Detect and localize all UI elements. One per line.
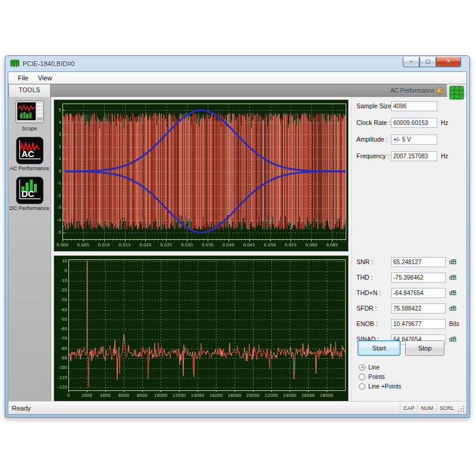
help-icon[interactable]: ? bbox=[437, 87, 443, 94]
thd-value[interactable] bbox=[391, 273, 446, 283]
field-unit: dB bbox=[449, 336, 456, 343]
app-icon bbox=[10, 60, 20, 68]
field-enob: ENOB : Bits bbox=[353, 319, 465, 330]
radio-line[interactable]: Line bbox=[359, 363, 380, 371]
radio-icon bbox=[359, 364, 365, 371]
menu-file[interactable]: File bbox=[13, 73, 33, 83]
ac-performance-icon: AC bbox=[16, 137, 43, 164]
caps-lock-indicator: CAP bbox=[400, 404, 418, 412]
field-unit: dB bbox=[449, 274, 456, 281]
field-label: SFDR : bbox=[356, 305, 377, 312]
field-amplitude: Amplitude : bbox=[353, 134, 465, 145]
control-panel: Sample Size : Clock Rate : Hz Amplitude … bbox=[352, 97, 465, 401]
menu-view[interactable]: View bbox=[33, 73, 57, 83]
clock-rate-input[interactable] bbox=[391, 118, 437, 128]
field-sfdr: SFDR : dB bbox=[353, 303, 465, 314]
start-button[interactable]: Start bbox=[358, 340, 400, 356]
dc-performance-icon: DC bbox=[16, 177, 43, 204]
status-bar: Ready CAP NUM SCRL bbox=[8, 401, 466, 414]
main-area: Sample Size : Clock Rate : Hz Amplitude … bbox=[51, 97, 466, 401]
radio-line-points[interactable]: Line +Points bbox=[359, 382, 401, 390]
tools-sidebar: Scope AC AC Performance bbox=[8, 97, 51, 401]
radio-label: Line +Points bbox=[368, 383, 401, 390]
field-snr: SNR : dB bbox=[353, 257, 465, 268]
body-row: Scope AC AC Performance bbox=[8, 97, 466, 401]
scope-chart-panel bbox=[54, 99, 349, 252]
enob-value[interactable] bbox=[391, 319, 446, 329]
field-unit: Bits bbox=[449, 321, 459, 327]
resize-grip[interactable] bbox=[458, 405, 465, 413]
field-label: THD+N : bbox=[356, 289, 381, 296]
status-text: Ready bbox=[12, 405, 400, 412]
field-thd-n: THD+N : dB bbox=[353, 288, 465, 299]
sample-size-input[interactable] bbox=[391, 101, 437, 111]
field-label: THD : bbox=[356, 274, 372, 281]
field-label: SNR : bbox=[356, 258, 373, 265]
maximize-button[interactable]: ▢ bbox=[419, 57, 436, 67]
field-frequency: Frequency : Hz bbox=[353, 151, 465, 162]
close-button[interactable]: ✕ bbox=[436, 57, 461, 67]
snr-value[interactable] bbox=[391, 257, 446, 267]
top-strip: TOOLS AC Performance ? bbox=[8, 84, 466, 97]
svg-text:AC: AC bbox=[21, 149, 35, 159]
window-title: PCIE-1840,BID#0 bbox=[23, 60, 74, 67]
sidebar-item-label: DC Performance bbox=[8, 205, 51, 211]
scroll-lock-indicator: SCRL bbox=[436, 404, 457, 412]
radio-label: Points bbox=[368, 374, 385, 380]
scope-icon bbox=[15, 101, 44, 124]
radio-points[interactable]: Points bbox=[359, 372, 385, 381]
tools-tab[interactable]: TOOLS bbox=[8, 84, 51, 97]
field-clock-rate: Clock Rate : Hz bbox=[353, 118, 465, 129]
sidebar-item-dc-performance[interactable]: DC DC Performance bbox=[8, 177, 51, 211]
menu-bar: File View bbox=[8, 72, 466, 84]
sfdr-value[interactable] bbox=[391, 303, 446, 314]
field-label: Clock Rate : bbox=[356, 119, 390, 126]
device-board-icon bbox=[449, 86, 464, 102]
thd-n-value[interactable] bbox=[391, 288, 446, 298]
sidebar-item-scope[interactable]: Scope bbox=[8, 101, 51, 131]
client-area: File View TOOLS AC Performance ? bbox=[8, 71, 467, 415]
radio-icon bbox=[359, 383, 365, 390]
minimize-button[interactable]: – bbox=[403, 57, 419, 67]
frequency-input[interactable] bbox=[391, 151, 437, 161]
field-unit: dB bbox=[449, 259, 456, 265]
app-window: PCIE-1840,BID#0 – ▢ ✕ File View TOOLS AC… bbox=[5, 55, 470, 418]
fft-chart-canvas bbox=[54, 256, 348, 402]
scope-chart-canvas bbox=[54, 100, 348, 251]
field-sample-size: Sample Size : bbox=[353, 101, 465, 112]
sidebar-item-label: AC Performance bbox=[8, 165, 51, 171]
fft-chart-panel bbox=[54, 255, 349, 402]
field-label: Amplitude : bbox=[356, 136, 388, 143]
field-thd: THD : dB bbox=[353, 273, 465, 283]
field-unit: Hz bbox=[441, 153, 448, 159]
field-label: Sample Size : bbox=[356, 102, 395, 109]
radio-icon bbox=[359, 374, 365, 380]
title-bar[interactable]: PCIE-1840,BID#0 – ▢ ✕ bbox=[5, 56, 469, 71]
sidebar-item-label: Scope bbox=[8, 126, 51, 131]
panel-title: AC Performance bbox=[390, 87, 434, 94]
field-unit: dB bbox=[449, 305, 456, 312]
sidebar-item-ac-performance[interactable]: AC AC Performance bbox=[8, 137, 51, 171]
field-unit: Hz bbox=[441, 120, 448, 126]
panel-header-bar: AC Performance ? bbox=[51, 84, 447, 97]
amplitude-input[interactable] bbox=[391, 134, 437, 145]
num-lock-indicator: NUM bbox=[417, 404, 436, 412]
field-label: ENOB : bbox=[356, 320, 378, 327]
field-unit: dB bbox=[449, 290, 456, 296]
svg-text:DC: DC bbox=[21, 189, 35, 199]
field-label: Frequency : bbox=[356, 152, 389, 159]
radio-label: Line bbox=[368, 364, 380, 371]
device-icon-slot bbox=[447, 84, 466, 97]
stop-button[interactable]: Stop bbox=[405, 340, 444, 356]
